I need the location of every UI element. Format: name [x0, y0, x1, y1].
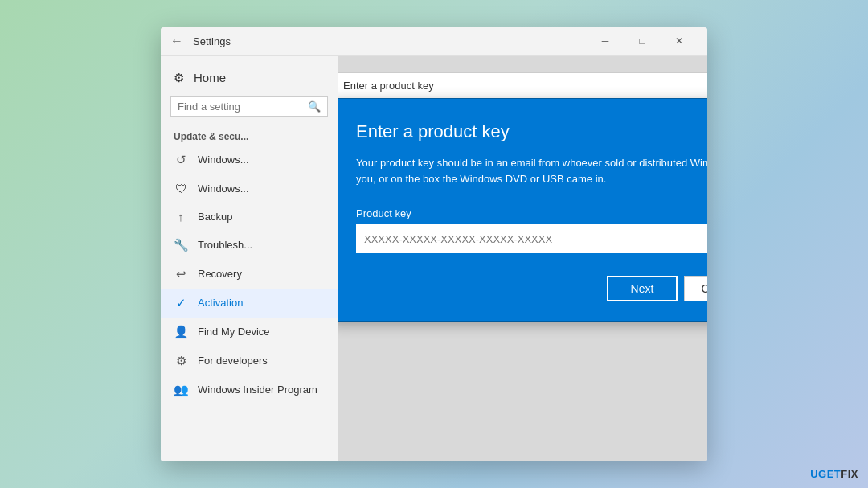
- dialog-overlay: Enter a product key Enter a product key …: [338, 56, 707, 461]
- home-icon: ⚙: [174, 71, 184, 85]
- search-input[interactable]: [178, 100, 303, 113]
- sidebar-item-for-developers[interactable]: ⚙ For developers: [161, 347, 338, 375]
- shield-icon: 🛡: [174, 182, 188, 195]
- sidebar-item-label: Windows...: [198, 182, 249, 195]
- insider-icon: 👥: [174, 383, 188, 397]
- sidebar-item-label: Find My Device: [198, 326, 270, 338]
- find-device-icon: 👤: [174, 325, 188, 339]
- dialog-buttons: Next Cancel: [356, 276, 707, 301]
- settings-window: ← Settings ─ □ ✕ ⚙ Home 🔍 Update & secu.…: [161, 27, 707, 461]
- back-button[interactable]: ←: [170, 35, 183, 47]
- sidebar-item-troubleshoot[interactable]: 🔧 Troublesh...: [161, 231, 338, 260]
- sidebar-item-recovery[interactable]: ↩ Recovery: [161, 260, 338, 289]
- backup-icon: ↑: [174, 210, 188, 223]
- sidebar-item-home[interactable]: ⚙ Home: [161, 63, 338, 93]
- sidebar-item-label: Recovery: [198, 268, 242, 280]
- cancel-button[interactable]: Cancel: [684, 276, 707, 301]
- window-controls: ─ □ ✕: [587, 27, 698, 56]
- sidebar-section-label: Update & secu...: [161, 126, 338, 146]
- sidebar-item-label: Troublesh...: [198, 239, 252, 251]
- watermark-suffix: FIX: [841, 468, 858, 480]
- main-content: Activation Windows Edition Windows 10 Pr…: [338, 56, 707, 461]
- maximize-button[interactable]: □: [624, 27, 661, 56]
- dialog-description: Your product key should be in an email f…: [356, 155, 707, 189]
- sidebar-item-label: Backup: [198, 211, 232, 223]
- sidebar-item-find-my-device[interactable]: 👤 Find My Device: [161, 318, 338, 347]
- sidebar-item-label: Windows...: [198, 154, 249, 166]
- product-key-dialog: Enter a product key Your product key sho…: [338, 98, 707, 322]
- recovery-icon: ↩: [174, 267, 188, 281]
- sidebar-search-box[interactable]: 🔍: [170, 96, 328, 117]
- next-button[interactable]: Next: [607, 276, 678, 301]
- sidebar-item-windows-update[interactable]: ↺ Windows...: [161, 146, 338, 174]
- update-icon: ↺: [174, 153, 188, 167]
- sidebar-home-label: Home: [194, 71, 226, 84]
- sidebar-item-label: Activation: [198, 297, 243, 309]
- troubleshoot-icon: 🔧: [174, 238, 188, 252]
- dialog-title: Enter a product key: [356, 121, 707, 142]
- sidebar: ⚙ Home 🔍 Update & secu... ↺ Windows... 🛡…: [161, 56, 338, 461]
- product-key-input[interactable]: [356, 224, 707, 253]
- close-button[interactable]: ✕: [661, 27, 698, 56]
- sidebar-item-label: For developers: [198, 355, 268, 367]
- sidebar-item-label: Windows Insider Program: [198, 383, 317, 396]
- watermark-prefix: UGET: [810, 468, 841, 480]
- minimize-button[interactable]: ─: [587, 27, 624, 56]
- window-content: ⚙ Home 🔍 Update & secu... ↺ Windows... 🛡…: [161, 56, 707, 461]
- product-key-label: Product key: [356, 207, 707, 219]
- sidebar-item-backup[interactable]: ↑ Backup: [161, 203, 338, 231]
- sidebar-item-windows-insider[interactable]: 👥 Windows Insider Program: [161, 375, 338, 404]
- sidebar-item-windows-security[interactable]: 🛡 Windows...: [161, 174, 338, 203]
- dialog-titlebar: Enter a product key: [338, 72, 707, 98]
- window-title: Settings: [193, 35, 587, 47]
- developers-icon: ⚙: [174, 354, 188, 368]
- activation-icon: ✓: [174, 296, 188, 310]
- sidebar-item-activation[interactable]: ✓ Activation: [161, 289, 338, 318]
- search-icon: 🔍: [308, 100, 321, 113]
- titlebar: ← Settings ─ □ ✕: [161, 27, 707, 56]
- watermark: UGETFIX: [810, 468, 858, 480]
